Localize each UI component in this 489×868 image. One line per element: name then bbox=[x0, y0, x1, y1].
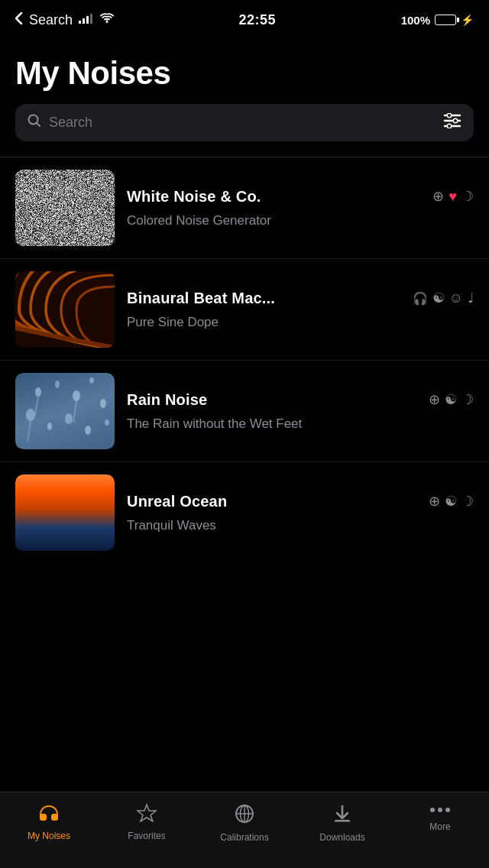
battery-percentage: 100% bbox=[401, 14, 430, 27]
noise-icons-white-noise: ⊕ ♥ ☽ bbox=[432, 188, 474, 205]
svg-point-15 bbox=[100, 399, 106, 408]
noise-subtitle-ocean: Tranquil Waves bbox=[127, 518, 474, 533]
search-icon bbox=[28, 114, 41, 131]
tab-label-downloads: Downloads bbox=[319, 832, 364, 843]
thumbnail-rain bbox=[15, 373, 115, 449]
svg-rect-3 bbox=[90, 14, 92, 24]
svg-rect-0 bbox=[79, 21, 81, 24]
tab-label-calibrations: Calibrations bbox=[220, 832, 268, 843]
noise-subtitle-binaural: Pure Sine Dope bbox=[127, 315, 474, 330]
wifi-icon bbox=[100, 12, 114, 28]
svg-point-6 bbox=[447, 113, 452, 118]
noise-header-ocean: Unreal Ocean ⊕ ☯ ☽ bbox=[127, 493, 474, 510]
svg-point-13 bbox=[73, 390, 80, 401]
tab-label-favorites: Favorites bbox=[128, 831, 165, 841]
noise-subtitle-white-noise: Colored Noise Generator bbox=[127, 213, 474, 228]
svg-point-18 bbox=[65, 413, 73, 424]
back-arrow-icon[interactable] bbox=[15, 12, 23, 28]
svg-point-7 bbox=[453, 118, 458, 123]
noise-item-white-noise[interactable]: White Noise & Co. ⊕ ♥ ☽ Colored Noise Ge… bbox=[0, 157, 489, 259]
battery-icon bbox=[435, 15, 456, 25]
page-title: My Noises bbox=[0, 40, 489, 104]
svg-point-19 bbox=[85, 426, 91, 435]
svg-point-11 bbox=[35, 387, 41, 397]
noise-icons-ocean: ⊕ ☯ ☽ bbox=[429, 493, 474, 510]
tab-bar: My Noises Favorites Calibrations bbox=[0, 792, 489, 868]
noise-header-white-noise: White Noise & Co. ⊕ ♥ ☽ bbox=[127, 188, 474, 206]
status-right: 100% ⚡ bbox=[401, 14, 474, 27]
tab-calibrations[interactable]: Calibrations bbox=[196, 800, 293, 843]
noise-item-rain[interactable]: Rain Noise ⊕ ☯ ☽ The Rain without the We… bbox=[0, 361, 489, 462]
tab-my-noises[interactable]: My Noises bbox=[0, 800, 98, 841]
noise-icons-binaural: 🎧 ☯ ☺ ♩ bbox=[413, 290, 474, 306]
svg-rect-28 bbox=[335, 820, 350, 822]
noise-item-ocean[interactable]: Unreal Ocean ⊕ ☯ ☽ Tranquil Waves bbox=[0, 462, 489, 563]
signal-icon bbox=[79, 12, 94, 28]
dots-tab-icon bbox=[429, 803, 451, 817]
svg-point-31 bbox=[445, 808, 450, 812]
thumbnail-ocean bbox=[15, 474, 115, 551]
headphones-tab-icon bbox=[37, 803, 60, 826]
tab-more[interactable]: More bbox=[391, 800, 489, 832]
svg-point-29 bbox=[430, 808, 435, 812]
thumbnail-white-noise bbox=[15, 170, 115, 246]
moon3-icon: ☽ bbox=[461, 493, 474, 510]
search-input[interactable] bbox=[49, 115, 436, 131]
noise-header-binaural: Binaural Beat Mac... 🎧 ☯ ☺ ♩ bbox=[127, 290, 474, 307]
globe2-icon: ⊕ bbox=[429, 391, 440, 408]
noise-info-ocean: Unreal Ocean ⊕ ☯ ☽ Tranquil Waves bbox=[127, 493, 474, 533]
svg-point-17 bbox=[47, 423, 52, 430]
noise-item-binaural[interactable]: Binaural Beat Mac... 🎧 ☯ ☺ ♩ Pure Sine D… bbox=[0, 259, 489, 361]
noise-info-white-noise: White Noise & Co. ⊕ ♥ ☽ Colored Noise Ge… bbox=[127, 188, 474, 228]
globe-icon: ⊕ bbox=[432, 188, 444, 205]
search-bar[interactable] bbox=[15, 104, 474, 141]
tab-label-more: More bbox=[429, 821, 450, 832]
yinyang3-icon: ☯ bbox=[445, 493, 457, 510]
globe3-icon: ⊕ bbox=[429, 493, 440, 510]
svg-point-8 bbox=[447, 124, 452, 128]
status-time: 22:55 bbox=[239, 12, 277, 28]
moon-icon: ☽ bbox=[461, 188, 474, 205]
headphones-icon: 🎧 bbox=[413, 291, 428, 306]
noise-list: White Noise & Co. ⊕ ♥ ☽ Colored Noise Ge… bbox=[0, 157, 489, 822]
globe-tab-icon bbox=[234, 803, 255, 828]
svg-point-14 bbox=[89, 377, 94, 384]
noise-name-binaural: Binaural Beat Mac... bbox=[127, 290, 275, 307]
yinyang2-icon: ☯ bbox=[445, 391, 457, 408]
svg-point-30 bbox=[438, 808, 442, 812]
noise-header-rain: Rain Noise ⊕ ☯ ☽ bbox=[127, 391, 474, 409]
charging-icon: ⚡ bbox=[461, 14, 474, 26]
download-tab-icon bbox=[332, 803, 353, 828]
star-tab-icon bbox=[136, 803, 157, 826]
noise-subtitle-rain: The Rain without the Wet Feet bbox=[127, 416, 474, 432]
svg-rect-1 bbox=[83, 18, 85, 24]
back-label[interactable]: Search bbox=[29, 12, 73, 28]
heart-icon: ♥ bbox=[449, 189, 457, 205]
svg-point-12 bbox=[55, 381, 60, 388]
status-bar: Search 22:55 100% ⚡ bbox=[0, 0, 489, 40]
filter-icon[interactable] bbox=[443, 113, 461, 132]
noise-icons-rain: ⊕ ☯ ☽ bbox=[429, 391, 474, 408]
svg-point-16 bbox=[26, 409, 35, 421]
status-left: Search bbox=[15, 12, 114, 28]
moon2-icon: ☽ bbox=[461, 391, 474, 408]
noise-name-white-noise: White Noise & Co. bbox=[127, 188, 261, 206]
tab-favorites[interactable]: Favorites bbox=[98, 800, 196, 841]
noise-name-rain: Rain Noise bbox=[127, 391, 207, 409]
tab-label-my-noises: My Noises bbox=[28, 831, 70, 841]
smiley-icon: ☺ bbox=[449, 290, 463, 306]
yinyang-icon: ☯ bbox=[432, 290, 445, 306]
svg-point-4 bbox=[106, 21, 108, 23]
svg-rect-2 bbox=[86, 16, 89, 24]
svg-point-20 bbox=[105, 419, 109, 426]
thumbnail-binaural bbox=[15, 271, 115, 348]
noise-info-rain: Rain Noise ⊕ ☯ ☽ The Rain without the We… bbox=[127, 391, 474, 432]
noise-name-ocean: Unreal Ocean bbox=[127, 493, 227, 510]
tab-downloads[interactable]: Downloads bbox=[293, 800, 391, 843]
noise-info-binaural: Binaural Beat Mac... 🎧 ☯ ☺ ♩ Pure Sine D… bbox=[127, 290, 474, 330]
note-icon: ♩ bbox=[468, 290, 474, 306]
